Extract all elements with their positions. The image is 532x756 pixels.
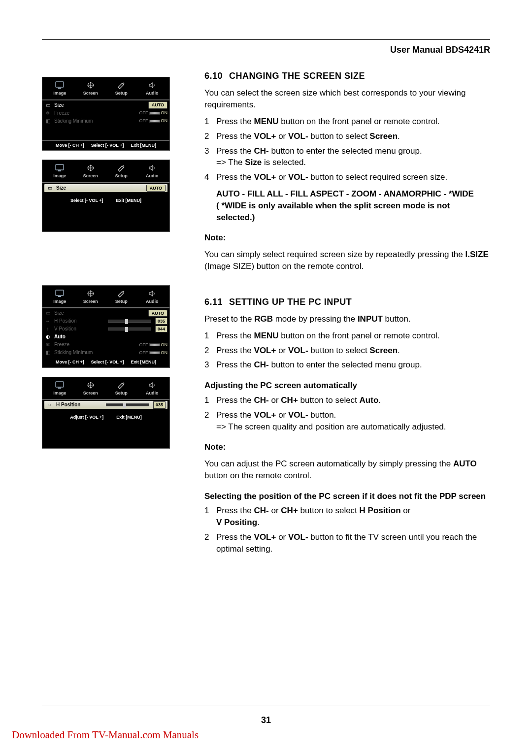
size-row-icon: ▭	[46, 185, 53, 192]
auto-adjust-heading: Adjusting the PC screen automatically	[204, 380, 490, 392]
wide-note: ( *WIDE is only available when the split…	[216, 201, 450, 222]
position-heading: Selecting the position of the PC screen …	[204, 491, 490, 502]
section-610-note: You can simply select required screen si…	[204, 249, 490, 272]
arrows-icon	[86, 381, 96, 389]
svg-rect-2	[56, 164, 64, 170]
footer-rule	[42, 705, 490, 705]
section-610-intro: You can select the screen size which bes…	[204, 87, 490, 111]
position-steps: Press the CH- or CH+ button to select H …	[204, 505, 490, 555]
speaker-icon	[147, 81, 157, 89]
speaker-icon	[147, 381, 157, 389]
manual-title: User Manual BDS4241R	[42, 44, 490, 56]
svg-rect-5	[58, 296, 61, 297]
tools-icon	[116, 381, 126, 389]
tools-icon	[116, 164, 126, 172]
tab-screen: Screen	[76, 80, 105, 98]
page-number: 31	[42, 714, 490, 726]
tools-icon	[116, 290, 126, 297]
osd-hints: Move [- CH +] Select [- VOL +] Exit [MEN…	[42, 141, 169, 151]
section-610-steps: Press the MENU button on the front panel…	[204, 116, 490, 183]
osd-hints: Adjust [- VOL +] Exit [MENU]	[42, 413, 169, 423]
auto-adjust-steps: Press the CH- or CH+ button to select Au…	[204, 394, 490, 432]
monitor-icon	[55, 81, 65, 89]
note-label: Note:	[204, 232, 490, 244]
svg-rect-0	[56, 82, 64, 87]
svg-rect-4	[56, 290, 64, 296]
osd-screen-menu: Image Screen Setup Audio	[42, 77, 170, 151]
row-size-selected: ▭ Size AUTO	[44, 184, 167, 192]
svg-rect-3	[58, 170, 61, 171]
tab-setup: Setup	[107, 80, 136, 98]
sticking-icon: ◧	[44, 118, 51, 125]
osd-hints: Move [- CH +] Select [- VOL +] Exit [MEN…	[42, 358, 169, 367]
arrows-icon	[86, 290, 96, 297]
osd-screen-pc: Image Screen Setup Audio ▭SizeAUTO ↔H Po…	[42, 285, 170, 368]
arrows-icon	[86, 164, 96, 172]
section-611-note: You can adjust the PC screen automatical…	[204, 458, 490, 482]
note-label: Note:	[204, 441, 490, 453]
size-value: AUTO	[148, 101, 167, 109]
speaker-icon	[147, 290, 157, 297]
monitor-icon	[55, 381, 65, 389]
section-611-preset: Preset to the RGB mode by pressing the I…	[204, 313, 490, 325]
section-611-heading: 6.11SETTING UP THE PC INPUT	[204, 296, 490, 308]
monitor-icon	[55, 164, 65, 172]
speaker-icon	[147, 164, 157, 172]
osd-hposition-adjust: Image Screen Setup Audio ↔ H Position 03…	[42, 377, 170, 449]
osd-hints: Select [- VOL +] Exit [MENU]	[42, 196, 169, 206]
header-rule	[42, 39, 490, 40]
section-611-steps: Press the MENU button on the front panel…	[204, 330, 490, 371]
tools-icon	[116, 81, 126, 89]
tab-image: Image	[45, 80, 74, 98]
tab-audio: Audio	[138, 80, 167, 98]
svg-rect-1	[58, 88, 61, 89]
size-value: AUTO	[146, 185, 166, 192]
row-sticking: ◧ Sticking Minimum OFFON	[44, 117, 167, 125]
section-610-heading: 6.10CHANGING THE SCREEN SIZE	[204, 70, 490, 82]
size-row-icon: ▭	[44, 102, 51, 109]
freeze-icon: ❄	[44, 110, 51, 117]
svg-rect-6	[56, 382, 64, 387]
download-source-link[interactable]: Downloaded From TV-Manual.com Manuals	[12, 728, 199, 742]
svg-rect-7	[58, 388, 61, 389]
screen-modes: AUTO - FILL ALL - FILL ASPECT - ZOOM - A…	[216, 189, 474, 198]
monitor-icon	[55, 290, 65, 297]
row-size: ▭ Size AUTO	[44, 101, 167, 109]
osd-size-adjust: Image Screen Setup Audio ▭ Size AUTO Sel…	[42, 160, 170, 231]
row-freeze: ❄ Freeze OFFON	[44, 109, 167, 117]
row-hposition-selected: ↔ H Position 035	[44, 401, 167, 409]
arrows-icon	[86, 81, 96, 89]
